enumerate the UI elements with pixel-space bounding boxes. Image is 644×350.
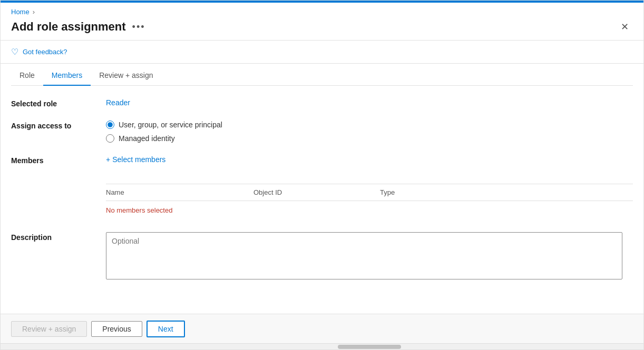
col-name-header: Name: [106, 188, 253, 196]
tab-members[interactable]: Members: [43, 66, 91, 86]
close-button[interactable]: ✕: [617, 19, 633, 35]
members-table: Name Object ID Type No members selected: [106, 184, 633, 219]
form-section: Selected role Reader Assign access to Us…: [11, 98, 633, 292]
role-value-text: Reader: [106, 98, 130, 107]
header-left: Add role assignment •••: [11, 20, 145, 34]
breadcrumb: Home ›: [1, 3, 643, 19]
next-button[interactable]: Next: [147, 321, 185, 337]
select-members-text: Select members: [112, 155, 165, 164]
panel-header: Add role assignment ••• ✕: [1, 19, 643, 40]
radio-mi[interactable]: Managed identity: [106, 134, 633, 143]
tabs-row: Role Members Review + assign: [11, 64, 633, 86]
selected-role-row: Selected role Reader: [11, 98, 633, 108]
table-header: Name Object ID Type: [106, 184, 633, 201]
selected-role-label: Selected role: [11, 98, 106, 108]
no-members-text: No members selected: [106, 201, 633, 219]
description-row: Description: [11, 232, 633, 281]
breadcrumb-home[interactable]: Home: [11, 8, 30, 16]
scrollbar-thumb: [338, 345, 401, 349]
more-options-button[interactable]: •••: [132, 22, 145, 33]
radio-usp-label: User, group, or service principal: [119, 121, 222, 129]
assign-access-label: Assign access to: [11, 121, 106, 130]
selected-role-value: Reader: [106, 98, 633, 107]
tab-review[interactable]: Review + assign: [91, 66, 161, 86]
previous-button[interactable]: Previous: [91, 321, 142, 337]
assign-access-row: Assign access to User, group, or service…: [11, 121, 633, 143]
col-objectid-header: Object ID: [253, 188, 380, 196]
select-members-link[interactable]: + Select members: [106, 155, 633, 164]
feedback-row: ♡ Got feedback?: [1, 41, 643, 63]
radio-mi-input[interactable]: [106, 134, 114, 143]
assign-access-options: User, group, or service principal Manage…: [106, 121, 633, 143]
description-value: [106, 232, 633, 281]
page-title: Add role assignment: [11, 20, 126, 34]
horizontal-scrollbar[interactable]: [1, 343, 643, 349]
breadcrumb-separator: ›: [33, 8, 35, 16]
members-row: Members + Select members: [11, 155, 633, 165]
feedback-icon: ♡: [11, 47, 18, 57]
tab-role[interactable]: Role: [11, 66, 43, 86]
radio-usp[interactable]: User, group, or service principal: [106, 121, 633, 129]
description-textarea[interactable]: [106, 232, 622, 279]
feedback-link[interactable]: Got feedback?: [23, 48, 67, 56]
col-type-header: Type: [380, 188, 633, 196]
select-members-plus: +: [106, 155, 110, 164]
members-value: + Select members: [106, 155, 633, 164]
footer-bar: Review + assign Previous Next: [1, 314, 643, 343]
radio-usp-input[interactable]: [106, 121, 114, 129]
content-area: Role Members Review + assign Selected ro…: [1, 64, 643, 314]
radio-mi-label: Managed identity: [119, 134, 175, 143]
members-label: Members: [11, 155, 106, 165]
review-assign-button[interactable]: Review + assign: [11, 321, 87, 337]
description-label: Description: [11, 232, 106, 242]
